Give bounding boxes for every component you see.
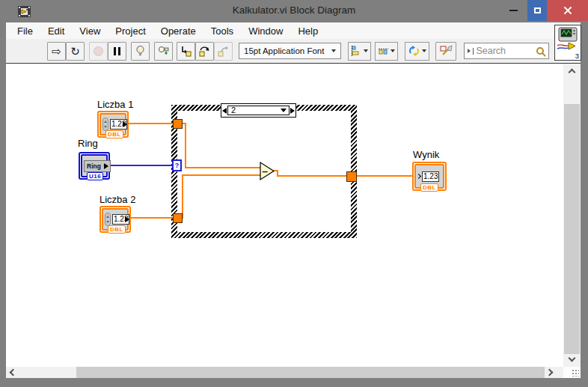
- horizontal-scrollbar[interactable]: [6, 367, 563, 378]
- cleanup-diagram-icon: [439, 45, 453, 57]
- wynik-value: 1.23: [422, 171, 439, 182]
- font-selector-value: 15pt Application Font: [244, 46, 324, 55]
- menu-project[interactable]: Project: [108, 24, 153, 38]
- step-out-button[interactable]: [214, 42, 233, 61]
- step-into-button[interactable]: [177, 42, 195, 61]
- menu-help[interactable]: Help: [290, 24, 325, 38]
- toolbar: ⇨ ↻: [6, 39, 581, 64]
- case-dropdown-icon[interactable]: [281, 109, 287, 112]
- increment-decrement-icon: [105, 213, 111, 226]
- chevron-down-icon: [391, 49, 395, 52]
- vi-icon-button[interactable]: 3: [554, 25, 581, 61]
- search-box: [464, 43, 549, 59]
- highlight-execution-button[interactable]: [131, 42, 150, 61]
- wynik-terminal[interactable]: 1.23 DBL: [412, 162, 447, 191]
- ring-terminal[interactable]: Ring U16: [79, 152, 110, 180]
- ring-label[interactable]: Ring: [78, 138, 98, 149]
- abort-icon: [94, 46, 103, 56]
- scroll-right-button[interactable]: [545, 367, 560, 378]
- case-structure[interactable]: [171, 105, 357, 238]
- vertical-scrollbar-thumb[interactable]: [564, 104, 580, 354]
- output-arrow-icon: [125, 216, 129, 222]
- liczba2-terminal[interactable]: 1.23 DBL: [99, 206, 131, 233]
- reorder-icon: [408, 45, 420, 57]
- reorder-dropdown[interactable]: [405, 42, 429, 61]
- chevron-left-icon: [10, 369, 17, 377]
- liczba1-terminal[interactable]: 1.23 DBL: [97, 111, 129, 138]
- liczba2-label[interactable]: Liczba 2: [99, 194, 135, 205]
- output-arrow-icon: [104, 163, 108, 169]
- case-selector-terminal[interactable]: ?: [172, 159, 182, 171]
- horizontal-scrollbar-thumb[interactable]: [76, 367, 545, 378]
- align-objects-dropdown[interactable]: [348, 42, 371, 61]
- labview-app-icon: [18, 5, 31, 18]
- maximize-button[interactable]: [527, 0, 547, 21]
- pause-button[interactable]: [108, 42, 126, 61]
- labview-window: Kalkulator.vi Block Diagram File Edit Vi…: [0, 0, 588, 387]
- vi-icon: [555, 25, 581, 55]
- menu-operate[interactable]: Operate: [153, 24, 203, 38]
- run-icon: ⇨: [52, 46, 61, 57]
- liczba1-label[interactable]: Liczba 1: [97, 99, 133, 110]
- chevron-right-icon: [546, 369, 554, 377]
- chevron-up-icon: [569, 69, 576, 76]
- font-selector[interactable]: 15pt Application Font: [239, 43, 341, 59]
- search-input[interactable]: [476, 46, 534, 56]
- chevron-down-icon: [422, 49, 426, 52]
- step-into-icon: [180, 46, 192, 57]
- chevron-down-icon: [364, 49, 368, 52]
- menu-file[interactable]: File: [10, 24, 40, 38]
- scroll-up-button[interactable]: [563, 64, 581, 77]
- titlebar[interactable]: Kalkulator.vi Block Diagram: [0, 0, 588, 22]
- liczba2-type-tag: DBL: [108, 225, 126, 234]
- menu-window[interactable]: Window: [241, 24, 290, 38]
- step-over-button[interactable]: [195, 42, 214, 61]
- step-over-icon: [199, 46, 210, 57]
- case-selector-label[interactable]: 2: [221, 103, 296, 118]
- window-controls: [500, 0, 588, 21]
- search-icon[interactable]: [536, 47, 544, 55]
- ring-value: Ring: [87, 162, 101, 170]
- minimize-button[interactable]: [500, 0, 527, 21]
- abort-button[interactable]: [89, 42, 108, 61]
- increment-decrement-icon: [102, 118, 108, 131]
- menu-edit[interactable]: Edit: [40, 24, 72, 38]
- case-selector-value: 2: [228, 106, 281, 115]
- step-out-icon: [218, 46, 229, 57]
- search-scope-icon[interactable]: [468, 49, 471, 53]
- wynik-label[interactable]: Wynik: [413, 149, 439, 160]
- align-objects-icon: [351, 46, 362, 56]
- distribute-objects-dropdown[interactable]: [375, 42, 398, 61]
- chevron-down-icon: [569, 355, 576, 362]
- ring-type-tag: U16: [87, 172, 103, 180]
- window-title: Kalkulator.vi Block Diagram: [233, 4, 355, 16]
- maximize-icon: [534, 7, 541, 13]
- previous-case-icon[interactable]: [222, 108, 227, 114]
- vertical-scrollbar[interactable]: [563, 64, 581, 367]
- liczba1-type-tag: DBL: [105, 130, 123, 138]
- resize-grip-icon: [572, 369, 579, 377]
- retain-wire-values-icon: [158, 46, 170, 56]
- menu-view[interactable]: View: [72, 24, 108, 38]
- vi-icon-badge: 3: [575, 52, 579, 60]
- cleanup-diagram-button[interactable]: [435, 42, 456, 61]
- chevron-down-icon: [331, 49, 336, 52]
- menubar: File Edit View Project Operate Tools Win…: [6, 22, 581, 39]
- menu-tools[interactable]: Tools: [203, 24, 241, 38]
- next-case-icon[interactable]: [290, 108, 295, 114]
- output-arrow-icon: [123, 121, 127, 127]
- input-arrow-icon: [416, 174, 421, 179]
- run-continuously-button[interactable]: ↻: [66, 42, 85, 61]
- minimize-icon: [509, 10, 518, 11]
- resize-grip[interactable]: [563, 367, 581, 378]
- run-button[interactable]: ⇨: [47, 42, 66, 61]
- pause-icon: [114, 47, 120, 55]
- run-continuously-icon: ↻: [70, 46, 80, 57]
- close-button[interactable]: [547, 0, 588, 21]
- lightbulb-icon: [135, 45, 146, 57]
- wynik-type-tag: DBL: [420, 183, 438, 192]
- retain-wire-values-button[interactable]: [154, 42, 173, 61]
- distribute-objects-icon: [378, 46, 389, 56]
- scroll-left-button[interactable]: [6, 367, 21, 378]
- scroll-down-button[interactable]: [563, 353, 581, 367]
